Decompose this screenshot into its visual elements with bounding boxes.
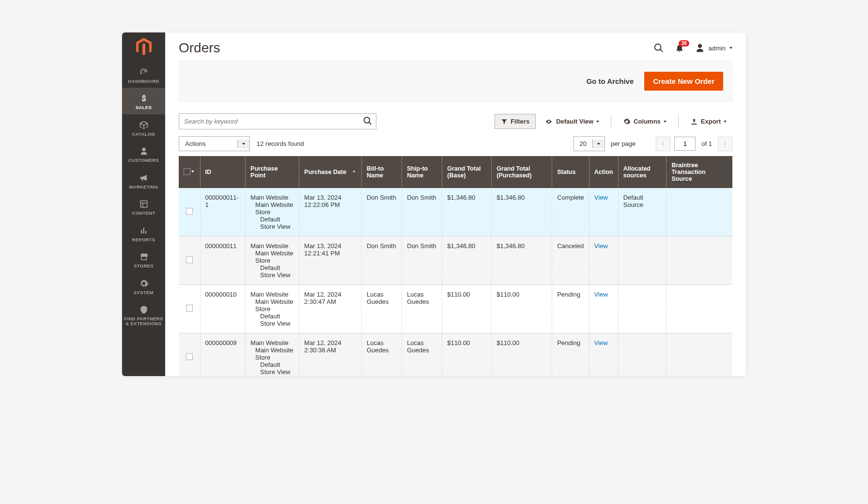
go-to-archive-link[interactable]: Go to Archive: [586, 77, 634, 85]
cell-braintree: [666, 188, 732, 236]
filter-toolbar: Filters Default View Columns Export: [165, 113, 746, 136]
col-purchase-date[interactable]: Purchase Date: [299, 156, 362, 188]
nav-label: CUSTOMERS: [128, 158, 159, 163]
nav-label: STORES: [134, 264, 154, 268]
col-allocated[interactable]: Allocated sources: [618, 156, 666, 188]
filters-button[interactable]: Filters: [495, 114, 536, 129]
col-checkbox[interactable]: [179, 156, 200, 188]
nav-reports[interactable]: REPORTS: [122, 220, 165, 246]
cell-date: Mar 13, 2024 12:22:06 PM: [299, 188, 362, 236]
chevron-down-icon: [596, 121, 599, 123]
main-content: Orders 39 admin Go to Archive Crea: [165, 32, 746, 376]
cell-ship-to: Lucas Guedes: [402, 285, 442, 333]
col-ship-to[interactable]: Ship-to Name: [402, 156, 442, 188]
row-checkbox[interactable]: [186, 208, 193, 215]
col-action[interactable]: Action: [589, 156, 618, 188]
nav-sales[interactable]: SALES: [122, 88, 165, 114]
col-id[interactable]: ID: [200, 156, 246, 188]
export-icon: [690, 118, 698, 126]
cell-ship-to: Lucas Guedes: [402, 333, 442, 377]
magento-logo[interactable]: [122, 32, 165, 62]
cell-gt-base: $1,346.80: [442, 236, 492, 285]
table-row[interactable]: 000000011-1Main WebsiteMain Website Stor…: [179, 188, 732, 236]
person-icon: [139, 146, 149, 157]
user-menu[interactable]: admin: [695, 43, 732, 53]
nav-marketing[interactable]: MARKETING: [122, 167, 165, 193]
table-header-row: ID Purchase Point Purchase Date Bill-to …: [179, 156, 732, 188]
per-page-dropdown[interactable]: 20: [574, 136, 605, 151]
default-view-label: Default View: [556, 118, 593, 125]
export-label: Export: [701, 118, 721, 125]
col-grand-total-purchased[interactable]: Grand Total (Purchased): [492, 156, 552, 188]
table-row[interactable]: 000000011Main WebsiteMain Website StoreD…: [179, 236, 732, 285]
cell-allocated: [618, 285, 666, 333]
nav-content[interactable]: CONTENT: [122, 193, 165, 220]
nav-stores[interactable]: STORES: [122, 246, 165, 272]
svg-rect-0: [140, 201, 147, 207]
nav-dashboard[interactable]: DASHBOARD: [122, 62, 165, 88]
export-dropdown[interactable]: Export: [684, 114, 732, 129]
view-link[interactable]: View: [594, 242, 608, 250]
nav-partners[interactable]: FIND PARTNERS & EXTENSIONS: [122, 299, 165, 331]
nav-catalog[interactable]: CATALOG: [122, 114, 165, 141]
chevron-right-icon: [723, 141, 728, 147]
cell-purchase-point: Main WebsiteMain Website StoreDefault St…: [246, 236, 299, 285]
col-grand-total-base[interactable]: Grand Total (Base): [442, 156, 492, 188]
top-actions: 39 admin: [653, 43, 732, 53]
col-braintree[interactable]: Braintree Transaction Source: [666, 156, 732, 188]
view-link[interactable]: View: [594, 339, 608, 346]
cell-action: View: [589, 236, 618, 285]
row-checkbox[interactable]: [186, 256, 193, 263]
megaphone-icon: [139, 173, 149, 183]
box-icon: [139, 120, 149, 130]
records-found: 12 records found: [257, 140, 304, 147]
table-row[interactable]: 000000009Main WebsiteMain Website StoreD…: [179, 333, 732, 377]
cell-gt-base: $1,346.80: [442, 188, 492, 236]
cell-bill-to: Lucas Guedes: [361, 333, 402, 377]
search-input[interactable]: [179, 113, 376, 129]
cell-ship-to: Don Smith: [402, 236, 442, 285]
cell-status: Complete: [552, 188, 589, 236]
table-row[interactable]: 000000010Main WebsiteMain Website StoreD…: [179, 285, 732, 333]
view-link[interactable]: View: [594, 194, 608, 201]
columns-dropdown[interactable]: Columns: [617, 114, 672, 129]
chevron-down-icon: [724, 121, 727, 123]
cell-action: View: [589, 285, 618, 333]
prev-page-button[interactable]: [656, 137, 670, 151]
row-checkbox[interactable]: [186, 353, 193, 360]
cell-date: Mar 13, 2024 12:21:41 PM: [299, 236, 362, 285]
search-button[interactable]: [653, 43, 664, 53]
col-purchase-point[interactable]: Purchase Point: [246, 156, 299, 188]
divider: [678, 115, 679, 128]
cell-ship-to: Don Smith: [402, 188, 442, 236]
funnel-icon: [501, 118, 508, 125]
next-page-button[interactable]: [718, 137, 732, 151]
nav-label: SYSTEM: [134, 290, 154, 295]
create-new-order-button[interactable]: Create New Order: [644, 72, 723, 91]
row-checkbox[interactable]: [186, 305, 193, 312]
cell-gt-base: $110.00: [442, 285, 492, 333]
app-window: DASHBOARD SALES CATALOG CUSTOMERS MARKET…: [122, 32, 746, 376]
search-submit[interactable]: [363, 116, 372, 127]
col-status[interactable]: Status: [552, 156, 589, 188]
default-view-dropdown[interactable]: Default View: [539, 114, 605, 128]
notifications-button[interactable]: 39: [675, 43, 684, 53]
chart-icon: [139, 225, 149, 236]
cell-date: Mar 12, 2024 2:30:47 AM: [299, 285, 362, 333]
col-bill-to[interactable]: Bill-to Name: [361, 156, 402, 188]
view-link[interactable]: View: [594, 291, 608, 298]
nav-customers[interactable]: CUSTOMERS: [122, 141, 165, 167]
cell-bill-to: Don Smith: [361, 188, 402, 236]
sidebar: DASHBOARD SALES CATALOG CUSTOMERS MARKET…: [122, 32, 165, 376]
bulk-actions-dropdown[interactable]: Actions: [179, 136, 250, 151]
per-page-value: 20: [574, 137, 592, 151]
current-page-input[interactable]: [674, 137, 696, 151]
sort-asc-icon: [352, 169, 356, 175]
nav-system[interactable]: SYSTEM: [122, 273, 165, 299]
page-title: Orders: [179, 40, 653, 56]
eye-icon: [544, 118, 553, 125]
cell-status: Pending: [552, 285, 589, 333]
cell-braintree: [666, 285, 732, 333]
cell-id: 000000011: [200, 236, 246, 285]
gauge-icon: [139, 67, 149, 78]
